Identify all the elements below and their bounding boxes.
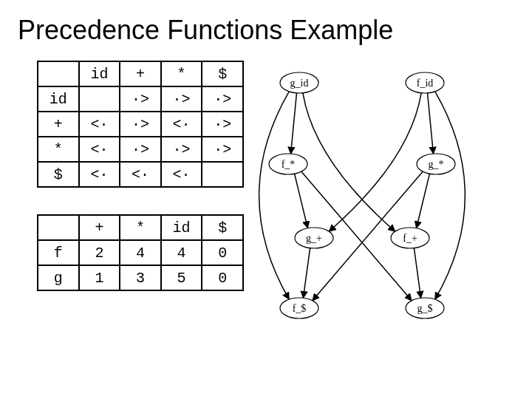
graph-edge — [291, 93, 297, 154]
table-cell: ·> — [202, 112, 243, 137]
table-cell: ·> — [161, 137, 202, 162]
col-header: + — [120, 61, 161, 86]
graph-edge — [303, 248, 310, 299]
col-header: $ — [202, 61, 243, 86]
graph-edge — [295, 174, 308, 228]
table-cell: 0 — [202, 265, 243, 290]
col-header: id — [79, 61, 120, 86]
graph-edge — [428, 93, 434, 154]
table-cell: 4 — [161, 240, 202, 265]
row-header: $ — [38, 162, 79, 187]
table-cell: 1 — [79, 265, 120, 290]
graph-node-label: g_$ — [417, 303, 433, 314]
table-cell: <· — [161, 162, 202, 187]
row-header: g — [38, 265, 79, 290]
table-cell: 0 — [202, 240, 243, 265]
row-header: * — [38, 137, 79, 162]
table-corner — [38, 61, 79, 86]
col-header: * — [161, 61, 202, 86]
graph-node-label: g_* — [429, 159, 444, 170]
content-area: id+*$id·>·>·>+<··><··>*<··>·>·>$<·<·<· +… — [0, 46, 532, 341]
table-cell: ·> — [120, 86, 161, 112]
table-cell: <· — [120, 162, 161, 187]
graph-node-label: f_$ — [293, 303, 307, 314]
table-cell: ·> — [202, 86, 243, 112]
graph-edge — [414, 248, 420, 299]
tables-column: id+*$id·>·>·>+<··><··>*<··>·>·>$<·<·<· +… — [37, 61, 244, 341]
row-header: + — [38, 112, 79, 137]
table-cell: 5 — [161, 265, 202, 290]
table-cell: <· — [161, 112, 202, 137]
precedence-table: id+*$id·>·>·>+<··><··>*<··>·>·>$<·<·<· — [37, 61, 244, 188]
table-cell: <· — [79, 112, 120, 137]
table-cell — [79, 86, 120, 112]
table-cell: ·> — [202, 137, 243, 162]
col-header: $ — [202, 215, 243, 240]
table-cell: 4 — [120, 240, 161, 265]
graph-node-label: g_+ — [306, 233, 322, 244]
table-corner — [38, 215, 79, 240]
table-cell — [202, 162, 243, 187]
graph-node-label: g_id — [290, 78, 309, 89]
col-header: id — [161, 215, 202, 240]
graph-column: g_idf_idf_*g_*g_+f_+f_$g_$ — [244, 61, 510, 341]
graph-node-label: f_+ — [403, 233, 417, 244]
graph-edge — [303, 93, 395, 231]
graph-edge — [417, 174, 430, 228]
row-header: id — [38, 86, 79, 112]
col-header: + — [79, 215, 120, 240]
row-header: f — [38, 240, 79, 265]
graph-edge — [329, 93, 421, 231]
functions-table: +*id$f2440g1350 — [37, 214, 244, 291]
graph-edge — [435, 92, 466, 299]
graph-node-label: f_id — [417, 78, 434, 89]
table-cell: ·> — [120, 112, 161, 137]
table-cell: <· — [79, 137, 120, 162]
table-cell: ·> — [120, 137, 161, 162]
graph-node-label: f_* — [282, 159, 296, 170]
page-title: Precedence Functions Example — [0, 0, 532, 46]
table-cell: 2 — [79, 240, 120, 265]
graph-edge — [259, 92, 290, 299]
table-cell: <· — [79, 162, 120, 187]
precedence-graph: g_idf_idf_*g_*g_+f_+f_$g_$ — [244, 61, 510, 341]
table-cell: 3 — [120, 265, 161, 290]
col-header: * — [120, 215, 161, 240]
table-cell: ·> — [161, 86, 202, 112]
